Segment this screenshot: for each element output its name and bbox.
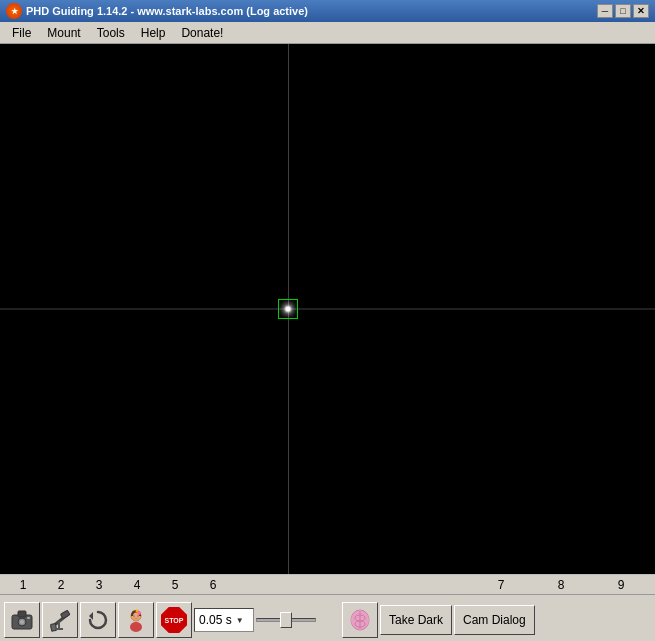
svg-rect-6 [61,610,70,618]
toolbar-num-6: 6 [194,578,232,592]
svg-point-15 [137,615,138,616]
svg-point-17 [136,610,139,613]
menu-bar: File Mount Tools Help Donate! [0,22,655,44]
menu-mount[interactable]: Mount [39,24,88,42]
stop-icon-label: STOP [165,617,184,624]
main-view [0,44,655,574]
telescope-button[interactable] [42,602,78,638]
maximize-button[interactable]: □ [615,4,631,18]
portrait-icon [123,607,149,633]
slider-thumb[interactable] [280,612,292,628]
svg-point-14 [133,615,134,616]
app-icon: ★ [6,3,22,19]
title-controls[interactable]: ─ □ ✕ [597,4,649,18]
menu-tools[interactable]: Tools [89,24,133,42]
chevron-down-icon: ▼ [236,616,244,625]
exposure-dropdown[interactable]: 0.05 s ▼ [194,608,254,632]
toolbar: STOP 0.05 s ▼ Take Dark Cam Dialog [0,594,655,641]
svg-point-13 [130,622,142,632]
portrait-button[interactable] [118,602,154,638]
close-button[interactable]: ✕ [633,4,649,18]
toolbar-num-4: 4 [118,578,156,592]
toolbar-num-8: 8 [531,578,591,592]
toolbar-num-1: 1 [4,578,42,592]
toolbar-num-2: 2 [42,578,80,592]
toolbar-num-3: 3 [80,578,118,592]
loop-button[interactable] [80,602,116,638]
svg-rect-7 [51,624,57,632]
minimize-button[interactable]: ─ [597,4,613,18]
toolbar-num-7: 7 [471,578,531,592]
brain-icon [347,607,373,633]
guide-button[interactable] [342,602,378,638]
cam-dialog-button[interactable]: Cam Dialog [454,605,535,635]
svg-rect-1 [18,611,26,617]
star-selection-box[interactable] [278,299,298,319]
title-bar-left: ★ PHD Guiding 1.14.2 - www.stark-labs.co… [6,3,308,19]
slider-container[interactable] [256,618,336,622]
title-bar: ★ PHD Guiding 1.14.2 - www.stark-labs.co… [0,0,655,22]
take-dark-button[interactable]: Take Dark [380,605,452,635]
capture-button[interactable] [4,602,40,638]
svg-rect-4 [27,617,30,619]
stop-button[interactable]: STOP [156,602,192,638]
crosshair-horizontal [0,309,655,310]
menu-donate[interactable]: Donate! [173,24,231,42]
svg-marker-10 [89,612,93,620]
menu-help[interactable]: Help [133,24,174,42]
camera-icon [9,607,35,633]
toolbar-numbers: 1 2 3 4 5 6 7 8 9 [0,574,655,594]
telescope-icon [47,607,73,633]
loop-icon [85,607,111,633]
title-text: PHD Guiding 1.14.2 - www.stark-labs.com … [26,5,308,17]
slider-track[interactable] [256,618,316,622]
menu-file[interactable]: File [4,24,39,42]
exposure-value: 0.05 s [199,613,232,627]
toolbar-num-9: 9 [591,578,651,592]
svg-point-3 [20,620,24,624]
toolbar-num-5: 5 [156,578,194,592]
star-point [286,307,290,311]
